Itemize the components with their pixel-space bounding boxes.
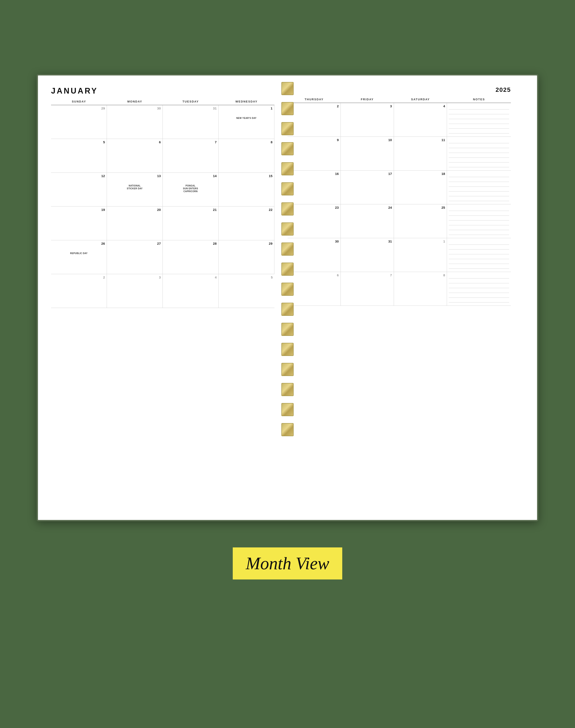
notes-line[interactable]: [449, 264, 509, 269]
notes-line[interactable]: [449, 124, 509, 129]
table-row: 31: [163, 105, 218, 139]
spiral-coil: [281, 82, 294, 95]
notes-line[interactable]: [449, 278, 509, 283]
table-row: 4: [394, 103, 447, 137]
notes-line[interactable]: [449, 129, 509, 134]
notes-line[interactable]: [449, 249, 509, 254]
notes-cell: [447, 238, 511, 272]
cell-date: 29: [53, 106, 105, 110]
table-row: 7: [163, 139, 218, 173]
cell-date: 23: [289, 206, 339, 209]
notes-line[interactable]: [449, 283, 509, 288]
header-wednesday: WEDNESDAY: [218, 100, 274, 105]
table-row: 26REPUBLIC DAY: [51, 240, 107, 274]
notes-line[interactable]: [449, 109, 509, 114]
table-row: 4: [163, 274, 218, 308]
table-row: 3: [107, 274, 163, 308]
notes-line[interactable]: [449, 163, 509, 167]
spiral-coil: [281, 303, 294, 316]
notes-line[interactable]: [449, 182, 509, 187]
notes-line[interactable]: [449, 259, 509, 264]
notes-line[interactable]: [449, 254, 509, 259]
cell-date: 22: [220, 208, 272, 212]
planner-book: JANUARY SUNDAY MONDAY TUESDAY WEDNESDAY …: [37, 74, 538, 521]
table-row: 22: [218, 207, 274, 240]
notes-line[interactable]: [449, 240, 509, 245]
cell-date: 20: [109, 208, 161, 212]
notes-line[interactable]: [449, 206, 509, 211]
spiral-coil: [281, 343, 294, 356]
cell-date: 12: [53, 174, 105, 178]
cell-event: NATIONAL STICKER DAY: [109, 184, 161, 190]
notes-cell: [447, 137, 511, 171]
notes-line[interactable]: [449, 177, 509, 182]
notes-line[interactable]: [449, 196, 509, 201]
cell-date: 28: [165, 242, 216, 245]
notes-line[interactable]: [449, 293, 509, 298]
notes-line[interactable]: [449, 192, 509, 196]
notes-line[interactable]: [449, 119, 509, 124]
table-row: 23: [288, 204, 341, 238]
table-row: 20: [107, 207, 163, 240]
cell-date: 30: [109, 106, 161, 110]
table-row: 19: [51, 207, 107, 240]
table-row: 7: [341, 272, 394, 306]
cell-date: 7: [165, 140, 216, 144]
cell-date: 29: [220, 242, 272, 245]
cell-date: 4: [396, 104, 445, 108]
table-row: 2: [51, 274, 107, 308]
cell-event: REPUBLIC DAY: [53, 252, 105, 255]
notes-line[interactable]: [449, 288, 509, 293]
notes-line[interactable]: [449, 225, 509, 230]
notes-line[interactable]: [449, 220, 509, 225]
right-page: 2025 THURSDAY FRIDAY SATURDAY NOTES 2349…: [281, 75, 524, 520]
table-row: 8: [218, 139, 274, 173]
left-calendar-grid: 2930311NEW YEAR'S DAY56781213NATIONAL ST…: [51, 105, 274, 308]
table-row: 11: [394, 137, 447, 171]
spiral-coil: [281, 363, 294, 376]
cell-event: PONGAL SUN ENTERS CAPRICORN: [165, 184, 216, 193]
notes-line[interactable]: [449, 245, 509, 249]
cell-date: 1: [220, 106, 272, 110]
notes-line[interactable]: [449, 216, 509, 220]
cell-date: 10: [342, 138, 392, 142]
notes-line[interactable]: [449, 114, 509, 119]
notes-line[interactable]: [449, 172, 509, 177]
notes-line[interactable]: [449, 148, 509, 153]
notes-line[interactable]: [449, 274, 509, 278]
header-saturday: SATURDAY: [394, 98, 447, 103]
spiral-coil: [281, 243, 294, 255]
notes-line[interactable]: [449, 143, 509, 148]
spiral-coil: [281, 283, 294, 296]
cell-date: 21: [165, 208, 216, 212]
header-monday: MONDAY: [107, 100, 163, 105]
table-row: 18: [394, 171, 447, 204]
table-row: 15: [218, 173, 274, 207]
table-row: 14PONGAL SUN ENTERS CAPRICORN: [163, 173, 218, 207]
year-label: 2025: [288, 86, 511, 93]
cell-date: 24: [342, 206, 392, 209]
table-row: 13NATIONAL STICKER DAY: [107, 173, 163, 207]
notes-line[interactable]: [449, 211, 509, 216]
table-row: 8: [394, 272, 447, 306]
spiral-coil: [281, 142, 294, 155]
notes-line[interactable]: [449, 187, 509, 192]
cell-date: 9: [289, 138, 339, 142]
month-view-text: Month View: [246, 554, 329, 574]
cell-date: 2: [53, 275, 105, 279]
spiral-coil: [281, 263, 294, 276]
header-thursday: THURSDAY: [288, 98, 341, 103]
notes-line[interactable]: [449, 298, 509, 303]
table-row: 30: [107, 105, 163, 139]
table-row: 1: [394, 238, 447, 272]
notes-line[interactable]: [449, 158, 509, 163]
cell-date: 3: [109, 275, 161, 279]
notes-line[interactable]: [449, 230, 509, 235]
cell-date: 31: [165, 106, 216, 110]
notes-line[interactable]: [449, 105, 509, 109]
notes-line[interactable]: [449, 138, 509, 143]
notes-line[interactable]: [449, 153, 509, 158]
table-row: 28: [163, 240, 218, 274]
spiral-coil: [281, 423, 294, 436]
cell-date: 30: [289, 239, 339, 243]
